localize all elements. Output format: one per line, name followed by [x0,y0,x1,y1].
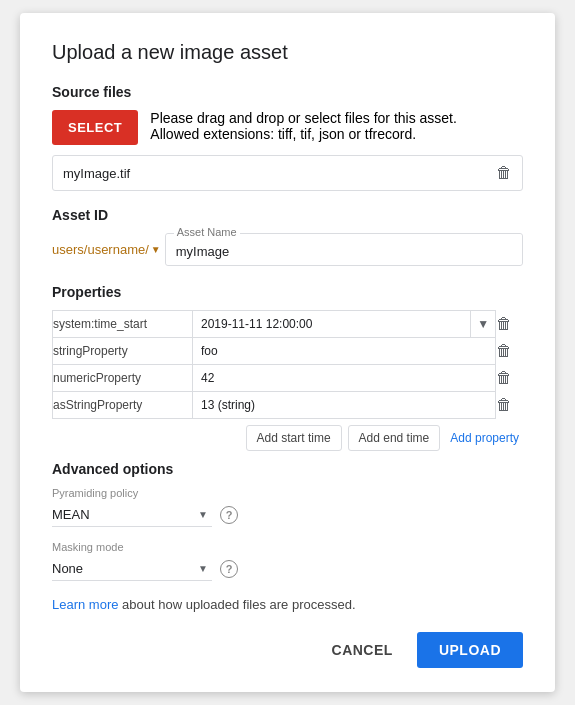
table-row: system:time_start▼🗑 [53,311,523,338]
masking-help-icon[interactable]: ? [220,560,238,578]
prop-value-cell: ▼ [193,311,496,338]
masking-row: None ▼ ? [52,557,523,581]
prop-value-input[interactable] [193,392,495,418]
prop-delete-button[interactable]: 🗑 [496,342,512,360]
prop-value-input[interactable] [193,338,495,364]
source-description: Please drag and drop or select files for… [150,110,457,142]
file-row: myImage.tif 🗑 [52,155,523,191]
properties-label: Properties [52,284,523,300]
prop-value-input[interactable] [193,311,470,337]
masking-label: Masking mode [52,541,523,553]
masking-chevron-icon: ▼ [198,563,208,574]
prop-delete-button[interactable]: 🗑 [496,369,512,387]
prop-value-cell [193,338,496,365]
add-start-time-button[interactable]: Add start time [246,425,342,451]
advanced-section: Advanced options Pyramiding policy MEAN … [52,461,523,581]
prop-delete-cell: 🗑 [496,338,523,365]
masking-field: Masking mode None ▼ ? [52,541,523,581]
prop-key-cell: system:time_start [53,311,193,338]
prop-delete-button[interactable]: 🗑 [496,396,512,414]
source-files-row: SELECT Please drag and drop or select fi… [52,110,523,145]
pyramiding-chevron-icon: ▼ [198,509,208,520]
cancel-button[interactable]: CANCEL [316,632,409,668]
properties-table: system:time_start▼🗑stringProperty🗑numeri… [52,310,523,419]
pyramiding-help-icon[interactable]: ? [220,506,238,524]
asset-id-label: Asset ID [52,207,523,223]
masking-dropdown[interactable]: None ▼ [52,557,212,581]
prop-key-cell: asStringProperty [53,392,193,419]
source-files-label: Source files [52,84,523,100]
prop-delete-cell: 🗑 [496,311,523,338]
asset-id-section: Asset ID users/username/ ▼ Asset Name [52,207,523,266]
upload-dialog: Upload a new image asset Source files SE… [20,13,555,692]
prop-dropdown-arrow-icon[interactable]: ▼ [470,311,495,337]
asset-prefix-text: users/username/ [52,242,149,257]
prop-delete-cell: 🗑 [496,392,523,419]
pyramiding-field: Pyramiding policy MEAN ▼ ? [52,487,523,527]
footer: CANCEL UPLOAD [52,632,523,668]
source-desc-line1: Please drag and drop or select files for… [150,110,457,126]
file-name: myImage.tif [63,166,496,181]
prop-delete-cell: 🗑 [496,365,523,392]
prop-value-cell [193,365,496,392]
select-button[interactable]: SELECT [52,110,138,145]
table-row: stringProperty🗑 [53,338,523,365]
prop-key-cell: numericProperty [53,365,193,392]
add-property-button[interactable]: Add property [446,425,523,451]
asset-prefix-chevron-icon: ▼ [151,244,161,255]
pyramiding-label: Pyramiding policy [52,487,523,499]
dialog-title: Upload a new image asset [52,41,523,64]
prop-value-cell [193,392,496,419]
pyramiding-row: MEAN ▼ ? [52,503,523,527]
pyramiding-value: MEAN [52,507,198,522]
upload-button[interactable]: UPLOAD [417,632,523,668]
asset-name-field-wrapper: Asset Name [165,233,523,266]
asset-id-row: users/username/ ▼ Asset Name [52,233,523,266]
learn-more-row: Learn more about how uploaded files are … [52,597,523,612]
prop-value-input[interactable] [193,365,495,391]
prop-actions: Add start time Add end time Add property [52,425,523,451]
learn-more-link[interactable]: Learn more [52,597,118,612]
asset-name-label: Asset Name [174,226,240,238]
asset-prefix[interactable]: users/username/ ▼ [52,242,161,257]
prop-key-cell: stringProperty [53,338,193,365]
learn-more-text: about how uploaded files are processed. [118,597,355,612]
asset-name-input[interactable] [166,234,522,265]
file-delete-icon[interactable]: 🗑 [496,164,512,182]
advanced-label: Advanced options [52,461,523,477]
pyramiding-dropdown[interactable]: MEAN ▼ [52,503,212,527]
source-desc-line2: Allowed extensions: tiff, tif, json or t… [150,126,457,142]
prop-delete-button[interactable]: 🗑 [496,315,512,333]
source-files-section: Source files SELECT Please drag and drop… [52,84,523,191]
table-row: asStringProperty🗑 [53,392,523,419]
properties-section: Properties system:time_start▼🗑stringProp… [52,284,523,451]
table-row: numericProperty🗑 [53,365,523,392]
masking-value: None [52,561,198,576]
add-end-time-button[interactable]: Add end time [348,425,441,451]
